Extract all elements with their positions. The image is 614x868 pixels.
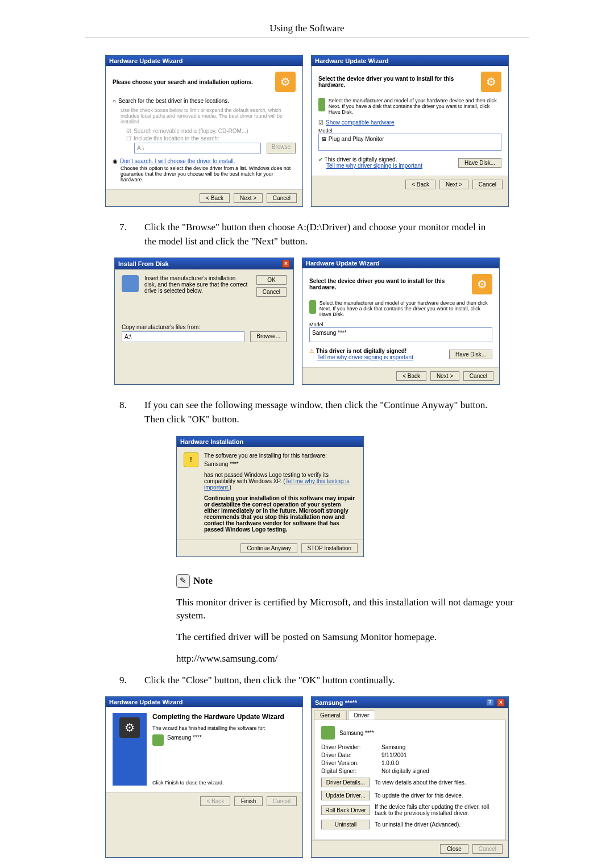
back-button[interactable]: < Back xyxy=(396,371,426,381)
cancel-button[interactable]: Cancel xyxy=(463,371,493,381)
have-disk-button[interactable]: Have Disk... xyxy=(449,350,492,359)
uninstall-button[interactable]: Uninstall xyxy=(321,820,370,829)
browse-button[interactable]: Browse xyxy=(267,143,296,153)
model-listbox[interactable]: Samsung **** xyxy=(309,327,492,342)
radio-label: Don't search. I will choose the driver t… xyxy=(120,158,235,164)
help-icon[interactable]: ? xyxy=(486,699,494,706)
next-button[interactable]: Next > xyxy=(439,180,468,189)
screenshot-row-1: Hardware Update Wizard Please choose you… xyxy=(85,55,529,207)
rollback-driver-button[interactable]: Roll Back Driver xyxy=(321,805,370,815)
radio-desc: Use the check boxes below to limit or ex… xyxy=(121,107,296,124)
prop-signer: Digital Signer:Not digitally signed xyxy=(321,768,499,774)
radio-option-search[interactable]: ○Search for the best driver in these loc… xyxy=(113,98,296,104)
checkbox-icon: ☐ xyxy=(126,135,131,142)
dialog-title-text: Samsung ***** xyxy=(315,699,357,706)
browse-button[interactable]: Browse... xyxy=(250,331,287,342)
dialog-titlebar: Hardware Update Wizard xyxy=(302,258,499,268)
close-icon[interactable]: × xyxy=(497,699,505,707)
tell-me-link[interactable]: Tell me why driver signing is important xyxy=(326,163,422,169)
screenshot-row-2: Install From Disk × Insert the manufactu… xyxy=(85,258,529,385)
stop-installation-button[interactable]: STOP Installation xyxy=(301,543,358,553)
path-combobox[interactable]: A:\ xyxy=(134,143,261,153)
checkbox-label: Search removable media (floppy, CD-ROM..… xyxy=(134,128,248,134)
wizard-header: Select the device driver you want to ins… xyxy=(309,274,492,294)
copy-label: Copy manufacturer's files from: xyxy=(122,324,287,330)
update-driver-button[interactable]: Update Driver... xyxy=(321,791,370,800)
checkbox-include-location[interactable]: ☐Include this location in the search: xyxy=(126,135,296,142)
radio-desc: Choose this option to select the device … xyxy=(121,165,296,182)
cancel-button[interactable]: Cancel xyxy=(267,193,297,203)
checkbox-label: Include this location in the search: xyxy=(134,135,219,142)
next-button[interactable]: Next > xyxy=(234,193,263,203)
ok-button[interactable]: OK xyxy=(256,275,287,285)
tell-me-link[interactable]: Tell me why driver signing is important xyxy=(317,354,413,360)
back-button[interactable]: < Back xyxy=(200,796,230,806)
tab-driver[interactable]: Driver xyxy=(348,711,376,720)
wizard-heading: Please choose your search and installati… xyxy=(113,79,253,85)
continue-anyway-button[interactable]: Continue Anyway xyxy=(240,543,297,553)
prop-date: Driver Date:9/11/2001 xyxy=(321,752,499,758)
cancel-button[interactable]: Cancel xyxy=(256,287,287,297)
dialog-titlebar: Install From Disk × xyxy=(115,258,293,269)
monitor-icon xyxy=(321,726,335,740)
sign-row: ✔ This driver is digitally signed. Tell … xyxy=(318,156,501,169)
cancel-button[interactable]: Cancel xyxy=(267,796,297,806)
driver-details-button[interactable]: Driver Details... xyxy=(321,778,370,787)
pencil-icon: ✎ xyxy=(176,574,190,588)
model-listbox[interactable]: 🖥 Plug and Play Monitor xyxy=(318,134,501,151)
back-button[interactable]: < Back xyxy=(200,193,230,203)
dialog-install-from-disk: Install From Disk × Insert the manufactu… xyxy=(114,258,294,385)
cancel-button[interactable]: Cancel xyxy=(472,180,503,189)
list-item: Samsung **** xyxy=(312,330,347,336)
cancel-button[interactable]: Cancel xyxy=(472,844,503,854)
step-8: 8. If you can see the following message … xyxy=(119,398,495,426)
shield-icon: ✔ xyxy=(318,156,325,163)
desc-row: Select the manufacturer and model of you… xyxy=(318,98,501,115)
device-row: Samsung **** xyxy=(152,734,296,746)
step-text: Click the "Close" button, then click the… xyxy=(144,674,395,688)
disk-icon xyxy=(122,275,139,292)
dialog-title-text: Hardware Update Wizard xyxy=(306,260,380,267)
dialog-title-text: Install From Disk xyxy=(118,260,169,267)
step-number: 8. xyxy=(119,398,133,426)
dialog-hardware-installation: Hardware Installation ! The software you… xyxy=(176,436,364,557)
dialog-driver-properties: Samsung ***** ? × General Driver Samsung… xyxy=(311,696,509,858)
btn-row-update: Update Driver...To update the driver for… xyxy=(321,791,499,800)
btn-row-uninstall: UninstallTo uninstall the driver (Advanc… xyxy=(321,820,499,829)
wizard-icon: ⚙ xyxy=(275,72,296,92)
tab-panel: Samsung **** Driver Provider:Samsung Dri… xyxy=(314,720,506,840)
next-button[interactable]: Next > xyxy=(430,371,459,381)
close-button[interactable]: Close xyxy=(440,844,468,854)
dialog-titlebar: Hardware Update Wizard xyxy=(106,697,302,707)
dialog-wizard-select-driver-1: Hardware Update Wizard Select the device… xyxy=(311,55,509,207)
btn-desc: To uninstall the driver (Advanced). xyxy=(375,821,460,828)
close-icon[interactable]: × xyxy=(282,260,290,268)
device-name: Samsung **** xyxy=(339,730,374,736)
intro-text: The software you are installing for this… xyxy=(204,452,356,459)
wizard-icon: ⚙ xyxy=(119,717,140,738)
dialog-body: ⚙ Completing the Hardware Update Wizard … xyxy=(106,707,302,792)
checkbox-removable-media[interactable]: ☑Search removable media (floppy, CD-ROM.… xyxy=(126,128,296,134)
radio-option-dont-search[interactable]: ◉Don't search. I will choose the driver … xyxy=(113,158,296,164)
wizard-content: Completing the Hardware Update Wizard Th… xyxy=(152,713,296,786)
back-button[interactable]: < Back xyxy=(405,180,435,189)
signed-text: This driver is digitally signed. xyxy=(325,156,397,163)
device-row: Samsung **** xyxy=(321,726,499,740)
monitor-icon xyxy=(309,300,316,314)
dialog-titlebar: Samsung ***** ? × xyxy=(312,697,508,708)
note-label: Note xyxy=(193,575,213,587)
wizard-icon: ⚙ xyxy=(472,274,492,294)
wizard-desc: Select the manufacturer and model of you… xyxy=(329,98,501,115)
have-disk-button[interactable]: Have Disk... xyxy=(458,158,501,168)
finish-button[interactable]: Finish xyxy=(234,796,263,806)
button-row: < Back Finish Cancel xyxy=(106,792,302,809)
dialog-body: Please choose your search and installati… xyxy=(106,66,302,189)
content-text: The software you are installing for this… xyxy=(204,452,356,533)
device-name: Samsung **** xyxy=(204,461,356,467)
path-combobox[interactable]: A:\ xyxy=(122,331,244,342)
note-heading: ✎ Note xyxy=(176,574,529,588)
checkbox-show-compatible[interactable]: ☑Show compatible hardware xyxy=(318,119,501,126)
tab-general[interactable]: General xyxy=(314,711,347,720)
button-row: Close Cancel xyxy=(312,840,508,857)
model-label: Model xyxy=(318,128,501,134)
